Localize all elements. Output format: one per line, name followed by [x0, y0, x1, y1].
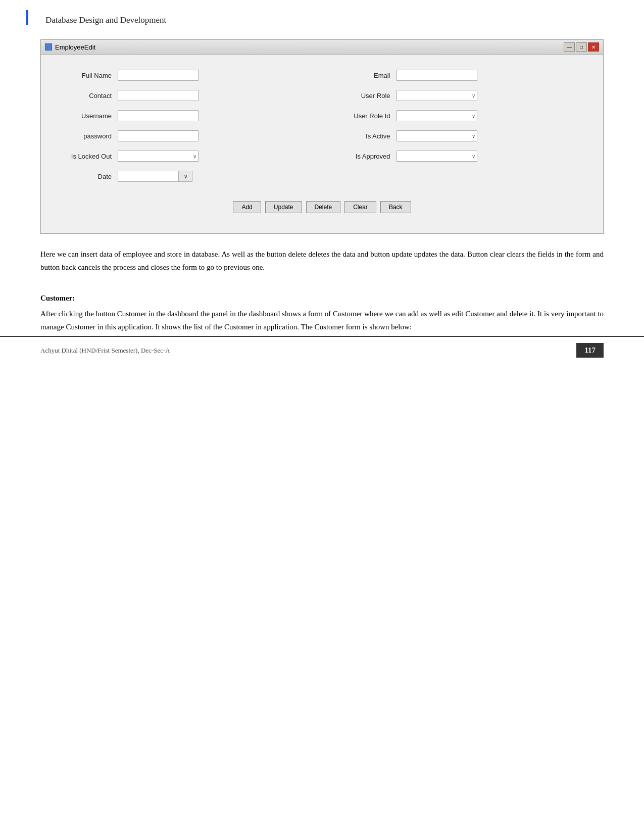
- email-label: Email: [340, 72, 390, 79]
- is-active-select[interactable]: True False: [397, 130, 477, 141]
- minimize-button[interactable]: —: [564, 42, 575, 52]
- page-footer: Achyut Dhital (HND/Frist Semester), Dec-…: [0, 336, 644, 364]
- date-row: Date ∨: [61, 171, 305, 182]
- username-row: Username: [61, 110, 305, 121]
- contact-row: Contact: [61, 90, 305, 101]
- is-active-select-wrapper: True False: [397, 130, 477, 141]
- full-name-row: Full Name: [61, 70, 305, 81]
- page-title: Database Design and Development: [45, 15, 604, 25]
- is-active-label: Is Active: [340, 132, 390, 140]
- form-right-column: Email User Role Admin User: [330, 70, 583, 191]
- update-button[interactable]: Update: [265, 201, 302, 213]
- username-label: Username: [61, 112, 112, 120]
- form-grid: Full Name Contact Username: [61, 70, 583, 191]
- app-icon: [45, 43, 52, 51]
- contact-input[interactable]: [118, 90, 199, 101]
- user-role-id-select[interactable]: 1 2: [397, 110, 477, 121]
- back-button[interactable]: Back: [380, 201, 411, 213]
- window-body: Full Name Contact Username: [41, 55, 603, 233]
- clear-button[interactable]: Clear: [344, 201, 376, 213]
- maximize-button[interactable]: □: [576, 42, 587, 52]
- user-role-select-wrapper: Admin User: [397, 90, 477, 101]
- is-approved-row: Is Approved True False: [340, 151, 583, 162]
- delete-button[interactable]: Delete: [306, 201, 341, 213]
- window-titlebar: EmployeeEdit — □ ✕: [41, 40, 603, 55]
- is-approved-select[interactable]: True False: [397, 151, 477, 162]
- window-title-area: EmployeeEdit: [45, 43, 95, 51]
- password-input[interactable]: [118, 130, 199, 141]
- window-controls: — □ ✕: [564, 42, 599, 52]
- user-role-id-select-wrapper: 1 2: [397, 110, 477, 121]
- is-locked-out-label: Is Locked Out: [61, 153, 112, 160]
- employee-edit-window: EmployeeEdit — □ ✕ Full Name: [40, 39, 604, 234]
- username-input[interactable]: [118, 110, 199, 121]
- form-left-column: Full Name Contact Username: [61, 70, 315, 191]
- user-role-id-label: User Role Id: [340, 112, 390, 120]
- is-locked-out-select-wrapper: True False: [118, 151, 199, 162]
- left-accent-bar: [26, 10, 28, 25]
- close-button[interactable]: ✕: [588, 42, 599, 52]
- date-label: Date: [61, 173, 112, 180]
- date-input-group: ∨: [118, 171, 192, 182]
- footer-author: Achyut Dhital (HND/Frist Semester), Dec-…: [40, 347, 170, 355]
- date-dropdown-button[interactable]: ∨: [178, 171, 192, 182]
- date-input[interactable]: [118, 171, 178, 182]
- password-row: password: [61, 130, 305, 141]
- user-role-select[interactable]: Admin User: [397, 90, 477, 101]
- window-title-text: EmployeeEdit: [55, 43, 95, 51]
- contact-label: Contact: [61, 92, 112, 100]
- customer-heading: Customer:: [40, 294, 604, 303]
- user-role-label: User Role: [340, 92, 390, 100]
- is-locked-out-row: Is Locked Out True False: [61, 151, 305, 162]
- description-paragraph: Here we can insert data of employee and …: [40, 248, 604, 274]
- password-label: password: [61, 132, 112, 140]
- is-locked-out-select[interactable]: True False: [118, 151, 199, 162]
- is-approved-select-wrapper: True False: [397, 151, 477, 162]
- is-approved-label: Is Approved: [340, 153, 390, 160]
- email-input[interactable]: [397, 70, 477, 81]
- email-row: Email: [340, 70, 583, 81]
- page-number: 117: [576, 343, 604, 358]
- customer-paragraph: After clicking the button Customer in th…: [40, 308, 604, 333]
- user-role-row: User Role Admin User: [340, 90, 583, 101]
- button-row: Add Update Delete Clear Back: [61, 201, 583, 213]
- add-button[interactable]: Add: [233, 201, 261, 213]
- is-active-row: Is Active True False: [340, 130, 583, 141]
- user-role-id-row: User Role Id 1 2: [340, 110, 583, 121]
- full-name-label: Full Name: [61, 72, 112, 79]
- full-name-input[interactable]: [118, 70, 199, 81]
